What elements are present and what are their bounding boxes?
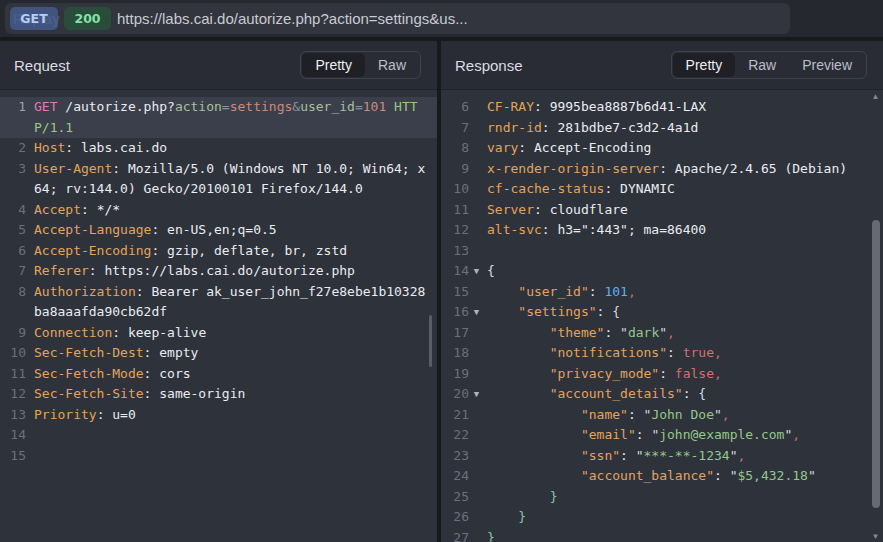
code-line: 15 "user_id": 101, [441,282,883,303]
code-line: 24 "account_balance": "$5,432.18" [441,466,883,487]
code-text: Priority: u=0 [34,405,136,426]
code-text: Sec-Fetch-Dest: empty [34,343,198,364]
code-text: vary: Accept-Encoding [487,138,651,159]
line-number: 8 [4,282,26,303]
tab-response-raw[interactable]: Raw [735,53,789,77]
tab-response-preview[interactable]: Preview [789,53,865,77]
code-line: 8vary: Accept-Encoding [441,138,883,159]
code-text: GET /autorize.php?action=settings&user_i… [34,97,418,118]
code-text: "theme": "dark", [487,323,675,344]
line-number: 17 [445,323,469,344]
code-text: } [487,507,526,528]
collapse-chevron-icon[interactable]: ▼ [469,302,484,323]
line-number: 15 [445,282,469,303]
line-number: 20 [445,384,469,405]
scroll-down-arrow-icon[interactable]: ▼ [871,533,880,541]
code-line: 11Server: cloudflare [441,200,883,221]
code-line: 9x-render-origin-server: Apache/2.4.65 (… [441,159,883,180]
request-panel-title: Request [14,57,70,74]
chevron-spacer [469,343,484,364]
line-number: 10 [4,343,26,364]
code-text: "notifications": true, [487,343,722,364]
chevron-spacer [469,364,484,385]
code-text: Accept-Encoding: gzip, deflate, br, zstd [34,241,347,262]
chevron-spacer [469,138,484,159]
line-number [4,302,26,323]
request-view-tabs: Pretty Raw [300,51,421,79]
chevron-spacer [469,200,484,221]
code-line: 7rndr-id: 281bdbe7-c3d2-4a1d [441,118,883,139]
line-number: 24 [445,466,469,487]
code-text: "account_details": { [487,384,706,405]
topbar: Replay GET 200 https://labs.cai.do/autor… [0,0,883,37]
line-number: 1 [4,97,26,118]
tab-request-pretty[interactable]: Pretty [302,53,365,77]
chevron-spacer [469,446,484,467]
line-number: 12 [4,384,26,405]
code-text: "settings": { [487,302,620,323]
code-line: 4Accept: */* [0,200,437,221]
code-line: 1GET /autorize.php?action=settings&user_… [0,97,437,118]
line-number: 2 [4,138,26,159]
chevron-spacer [469,241,484,262]
code-text: alt-svc: h3=":443"; ma=86400 [487,220,706,241]
chevron-spacer [469,528,484,542]
chevron-spacer [469,507,484,528]
code-text: Connection: keep-alive [34,323,206,344]
line-number: 12 [445,220,469,241]
chevron-spacer [469,487,484,508]
response-viewer[interactable]: 6CF-RAY: 9995bea8887b6d41-LAX7rndr-id: 2… [441,90,883,542]
code-text: "name": "John Doe", [487,405,730,426]
code-line: 14▼{ [441,261,883,282]
chevron-spacer [469,179,484,200]
code-line: 15 [0,446,437,467]
code-line: 5Accept-Language: en-US,en;q=0.5 [0,220,437,241]
code-text: "user_id": 101, [487,282,636,303]
scroll-up-arrow-icon[interactable]: ▲ [871,93,880,101]
code-line: 20▼ "account_details": { [441,384,883,405]
tab-request-raw[interactable]: Raw [365,53,419,77]
response-scrollbar-thumb[interactable] [872,220,880,508]
code-line: 19 "privacy_mode": false, [441,364,883,385]
request-editor[interactable]: 1GET /autorize.php?action=settings&user_… [0,90,437,466]
code-line: 9Connection: keep-alive [0,323,437,344]
line-number: 23 [445,446,469,467]
code-line: 12Sec-Fetch-Site: same-origin [0,384,437,405]
url-bar: Replay GET 200 https://labs.cai.do/autor… [5,3,790,34]
code-line: 6CF-RAY: 9995bea8887b6d41-LAX [441,97,883,118]
request-scrollbar-thumb[interactable] [429,315,432,367]
code-line: 10cf-cache-status: DYNAMIC [441,179,883,200]
response-panel: Response Pretty Raw Preview 6CF-RAY: 999… [441,41,883,542]
line-number: 14 [4,425,26,446]
chevron-spacer [469,282,484,303]
url-input[interactable]: https://labs.cai.do/autorize.php?action=… [117,3,777,34]
collapse-chevron-icon[interactable]: ▼ [469,384,484,405]
line-number: 4 [4,200,26,221]
chevron-spacer [469,323,484,344]
code-text: "privacy_mode": false, [487,364,722,385]
line-number: 16 [445,302,469,323]
code-text: { [487,261,495,282]
code-line: 8Authorization: Bearer ak_user_john_f27e… [0,282,437,303]
code-line: 3User-Agent: Mozilla/5.0 (Windows NT 10.… [0,159,437,180]
line-number: 9 [4,323,26,344]
chevron-spacer [469,220,484,241]
code-line: 26 } [441,507,883,528]
code-text: P/1.1 [34,118,73,139]
code-text: } [487,487,557,508]
line-number: 13 [4,405,26,426]
code-line: 25 } [441,487,883,508]
code-text: "account_balance": "$5,432.18" [487,466,816,487]
code-line: ba8aaafda90cb62df [0,302,437,323]
code-line: 22 "email": "john@example.com", [441,425,883,446]
request-panel-header: Request Pretty Raw [0,41,437,90]
code-line: 13 [441,241,883,262]
collapse-chevron-icon[interactable]: ▼ [469,261,484,282]
chevron-spacer [469,405,484,426]
line-number: 5 [4,220,26,241]
code-text: Server: cloudflare [487,200,628,221]
code-text: "email": "john@example.com", [487,425,800,446]
code-line: 17 "theme": "dark", [441,323,883,344]
code-text: } [487,528,495,542]
tab-response-pretty[interactable]: Pretty [673,53,736,77]
